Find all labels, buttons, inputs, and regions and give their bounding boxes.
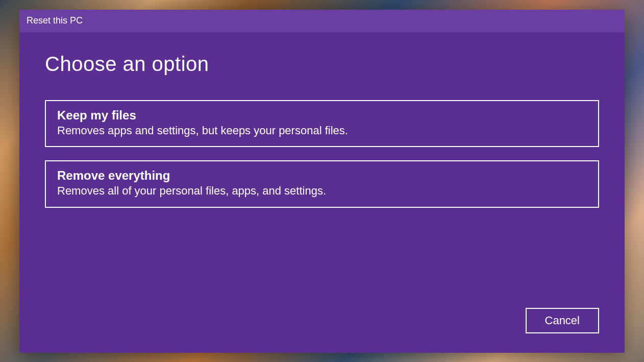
option-title: Keep my files xyxy=(57,108,587,123)
cancel-button[interactable]: Cancel xyxy=(526,308,599,333)
reset-pc-dialog: Reset this PC Choose an option Keep my f… xyxy=(19,10,625,353)
page-heading: Choose an option xyxy=(45,53,599,76)
options-list: Keep my files Removes apps and settings,… xyxy=(45,100,599,208)
dialog-footer: Cancel xyxy=(45,308,599,337)
option-description: Removes apps and settings, but keeps you… xyxy=(57,124,587,138)
option-description: Removes all of your personal files, apps… xyxy=(57,184,587,199)
dialog-content: Choose an option Keep my files Removes a… xyxy=(19,32,625,353)
window-title: Reset this PC xyxy=(27,15,83,26)
option-remove-everything[interactable]: Remove everything Removes all of your pe… xyxy=(45,160,599,208)
option-keep-my-files[interactable]: Keep my files Removes apps and settings,… xyxy=(45,100,599,148)
option-title: Remove everything xyxy=(57,168,587,183)
title-bar: Reset this PC xyxy=(19,10,625,32)
